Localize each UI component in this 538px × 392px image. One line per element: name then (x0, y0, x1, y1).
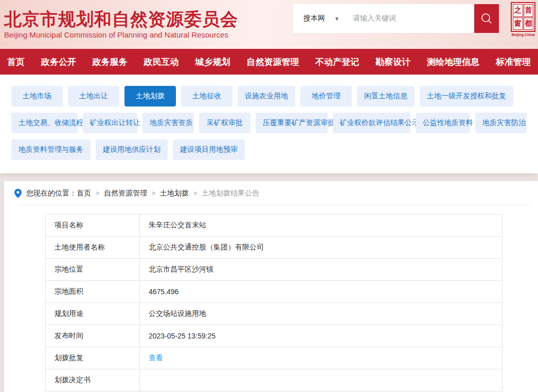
seal-char: 窗 (513, 17, 523, 30)
tab-land-transfer[interactable]: 土地出让 (68, 86, 119, 106)
field-label: 发布时间 (46, 325, 140, 347)
table-row: 土地使用者名称 北京公共交通控股（集团）有限公司 (46, 237, 503, 259)
breadcrumb-separator: > (96, 190, 99, 197)
table-row: 规划用途 公交场站设施用地 (46, 303, 503, 325)
field-value: 北京市昌平区沙河镇 (140, 259, 503, 281)
tab-geological-data-services[interactable]: 地质资料管理与服务 (11, 139, 91, 160)
search-icon (480, 12, 493, 25)
field-label: 划拨批复 (46, 347, 140, 369)
seal-char: 都 (524, 17, 534, 30)
nav-item-real-estate-registration[interactable]: 不动产登记 (315, 56, 359, 68)
seal-char: 之 (513, 4, 523, 17)
nav-item-gov-disclosure[interactable]: 政务公开 (41, 56, 76, 68)
allocation-detail-table: 项目名称 朱辛庄公交首末站 土地使用者名称 北京公共交通控股（集团）有限公司 宗… (45, 214, 503, 392)
tab-facility-agricultural-land[interactable]: 设施农业用地 (238, 86, 295, 106)
tab-land-supply-plan[interactable]: 建设用地供应计划 (96, 139, 168, 160)
tab-land-trading-storage[interactable]: 土地交易、收储流程 (11, 113, 78, 133)
site-branding: 北京市规划和自然资源委员会 Beijing Municipal Commissi… (4, 9, 238, 39)
nav-item-home[interactable]: 首页 (7, 56, 25, 68)
breadcrumb: 您现在的位置： 首页 > 自然资源管理 > 土地划拨 > 土地划拨结果公告 (14, 189, 538, 198)
view-approval-link[interactable]: 查看 (149, 353, 163, 362)
breadcrumb-home[interactable]: 首页 (77, 189, 91, 198)
field-label: 规划用途 (46, 303, 140, 325)
tab-geohazard-prevention[interactable]: 地质灾害防治 (475, 113, 527, 133)
nav-item-standards[interactable]: 标准管理 (496, 56, 531, 68)
tab-land-allocation[interactable]: 土地划拨 (124, 86, 176, 106)
breadcrumb-land-allocation[interactable]: 土地划拨 (160, 189, 189, 198)
table-row: 划拨决定书 (46, 369, 503, 391)
content-background: 您现在的位置： 首页 > 自然资源管理 > 土地划拨 > 土地划拨结果公告 项目… (0, 173, 538, 392)
field-value: 北京公共交通控股（集团）有限公司 (140, 237, 503, 259)
search-button[interactable] (474, 4, 499, 33)
table-row: 划拨批复 查看 (46, 347, 503, 369)
capital-window-seal[interactable]: 之 首 窗 都 Beijing-China (511, 2, 535, 37)
seal-grid: 之 首 窗 都 (511, 2, 535, 32)
field-value: 朱辛庄公交首末站 (140, 215, 503, 237)
tab-project-land-preapproval[interactable]: 建设项目用地预审 (173, 139, 245, 160)
breadcrumb-natural-resources[interactable]: 自然资源管理 (104, 189, 147, 198)
field-label: 划拨决定书 (46, 369, 140, 391)
search-scope-dropdown[interactable]: 搜本网 ▼ (293, 14, 339, 23)
main-navigation: 首页 政务公开 政务服务 政民互动 城乡规划 自然资源管理 不动产登记 勘察设计… (0, 49, 538, 75)
breadcrumb-separator: > (193, 190, 197, 197)
chevron-down-icon: ▼ (334, 16, 339, 22)
field-label: 土地使用者名称 (46, 237, 140, 259)
field-label: 项目名称 (46, 215, 140, 237)
nav-item-survey-design[interactable]: 勘察设计 (375, 56, 410, 68)
field-value: 4675.496 (140, 281, 503, 303)
breadcrumb-prefix: 您现在的位置： (26, 189, 77, 198)
table-row: 宗地位置 北京市昌平区沙河镇 (46, 259, 503, 281)
search-bar: 搜本网 ▼ 请输入关键词 (293, 4, 499, 33)
category-tab-panel: 土地市场 土地出让 土地划拨 土地征收 设施农业用地 地价管理 闲置土地信息 土… (0, 75, 538, 173)
site-subtitle: Beijing Municipal Commission of Planning… (4, 30, 238, 39)
tab-row-3: 地质资料管理与服务 建设用地供应计划 建设项目用地预审 (11, 139, 527, 160)
field-value (140, 369, 503, 391)
tab-land-market[interactable]: 土地市场 (11, 86, 63, 106)
search-input[interactable]: 请输入关键词 (353, 14, 474, 23)
tab-public-geological-data[interactable]: 公益性地质资料 (416, 113, 470, 133)
breadcrumb-current: 土地划拨结果公告 (202, 189, 259, 198)
field-value: 公交场站设施用地 (140, 303, 503, 325)
tab-mining-approval[interactable]: 采矿权审批 (199, 113, 250, 133)
tab-land-price-management[interactable]: 地价管理 (300, 86, 352, 106)
table-row: 发布时间 2023-05-25 13:59:25 (46, 325, 503, 347)
tab-primary-development-authorization[interactable]: 土地一级开发授权和批复 (420, 86, 513, 106)
nav-item-gov-services[interactable]: 政务服务 (93, 56, 128, 68)
tab-mining-rights-valuation[interactable]: 矿业权价款评估结果公示 (333, 113, 410, 133)
tab-row-1: 土地市场 土地出让 土地划拨 土地征收 设施农业用地 地价管理 闲置土地信息 土… (11, 86, 527, 106)
field-label: 宗地面积 (46, 281, 140, 303)
field-value: 查看 (140, 347, 503, 369)
nav-item-surveying-geoinfo[interactable]: 测绘地理信息 (427, 56, 479, 68)
seal-caption: Beijing-China (511, 33, 535, 37)
nav-item-public-interaction[interactable]: 政民互动 (144, 56, 179, 68)
breadcrumb-divider (19, 205, 531, 205)
field-value: 2023-05-25 13:59:25 (140, 325, 503, 347)
tab-geohazard-qualification[interactable]: 地质灾害资质 (142, 113, 194, 133)
nav-item-urban-planning[interactable]: 城乡规划 (195, 56, 230, 68)
tab-land-expropriation[interactable]: 土地征收 (181, 86, 232, 106)
table-row: 宗地面积 4675.496 (46, 281, 503, 303)
location-pin-icon (14, 189, 22, 198)
tab-row-2: 土地交易、收储流程 矿业权出让转让 地质灾害资质 采矿权审批 压覆重要矿产资源审… (11, 113, 527, 133)
content-card: 您现在的位置： 首页 > 自然资源管理 > 土地划拨 > 土地划拨结果公告 项目… (4, 181, 538, 392)
site-title: 北京市规划和自然资源委员会 (4, 9, 238, 29)
field-label: 宗地位置 (46, 259, 140, 281)
tab-overlying-mineral-approval[interactable]: 压覆重要矿产资源审批 (256, 113, 328, 133)
tab-mining-rights-transfer[interactable]: 矿业权出让转让 (83, 113, 137, 133)
seal-char: 首 (524, 4, 534, 17)
table-row: 项目名称 朱辛庄公交首末站 (46, 215, 503, 237)
search-scope-label: 搜本网 (303, 14, 325, 23)
site-header: 北京市规划和自然资源委员会 Beijing Municipal Commissi… (0, 0, 538, 49)
tab-idle-land-info[interactable]: 闲置土地信息 (357, 86, 415, 106)
breadcrumb-separator: > (152, 190, 155, 197)
nav-item-natural-resources[interactable]: 自然资源管理 (246, 56, 299, 68)
